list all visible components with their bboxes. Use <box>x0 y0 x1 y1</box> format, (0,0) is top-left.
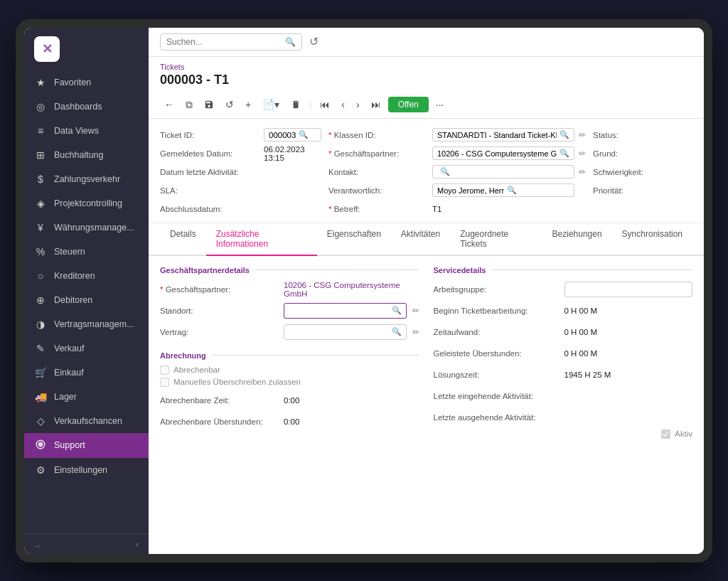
sidebar-item-lager[interactable]: 🚚 Lager <box>24 385 149 409</box>
edit-icon[interactable]: ✏ <box>579 167 586 177</box>
page-header: Tickets 000003 - T1 ← ⧉ ↺ + 📄▾ | ⏮ <box>149 57 704 119</box>
sidebar-item-kreditoren[interactable]: ○ Kreditoren <box>24 264 149 288</box>
last-button[interactable]: ⏭ <box>367 96 385 113</box>
standort-input[interactable]: 🔍 <box>284 303 407 319</box>
plus-circle-icon: ⊕ <box>34 294 47 306</box>
sidebar-item-waehrungsmanage[interactable]: ¥ Währungsmanage... <box>24 215 149 240</box>
search-icon: 🔍 <box>285 37 296 47</box>
device-frame: ✕ ★ Favoriten ◎ Dashboards ≡ Data Views … <box>16 19 712 563</box>
edit-icon: ✎ <box>34 343 47 354</box>
geschaeftspartner-input[interactable]: 10206 - CSG Computersysteme GmbH 🔍 <box>432 146 574 160</box>
tab-synchronisation[interactable]: Synchronisation <box>612 223 692 256</box>
geschaeftspartner-value: 10206 - CSG Computersysteme GmbH <box>437 149 557 158</box>
tab-details[interactable]: Details <box>160 223 206 256</box>
sidebar-item-verkaufschancen[interactable]: ◇ Verkaufschancen <box>24 409 149 433</box>
tab-aktivitaten[interactable]: Aktivitäten <box>391 223 450 256</box>
copy-button[interactable]: ⧉ <box>181 96 197 114</box>
abrechenbare-ueberstunden-row: Abrechenbare Überstunden: 0:00 <box>160 412 419 431</box>
edit-icon[interactable]: ✏ <box>579 149 586 159</box>
verantwortlich-value: Moyo Jerome, Herr <box>437 186 504 195</box>
search-input[interactable] <box>166 37 281 47</box>
status-button[interactable]: Offen <box>388 97 429 112</box>
abschlussdatum-label: Abschlussdatum: <box>160 205 259 213</box>
sidebar-item-debitoren[interactable]: ⊕ Debitoren <box>24 288 149 312</box>
sidebar-item-label: Kreditoren <box>54 271 95 281</box>
sidebar-item-projektcontrolling[interactable]: ◈ Projektcontrolling <box>24 191 149 215</box>
sidebar-nav: ★ Favoriten ◎ Dashboards ≡ Data Views ⊞ … <box>24 70 149 533</box>
sidebar-item-steuern[interactable]: % Steuern <box>24 240 149 264</box>
edit-icon[interactable]: ✏ <box>579 130 586 140</box>
ticket-id-value: 000003 <box>269 131 296 139</box>
search-icon: 🔍 <box>440 167 450 176</box>
standort-label: Standort: <box>160 307 281 315</box>
sidebar-item-label: Einkauf <box>54 368 84 378</box>
back-button[interactable]: ← <box>160 96 178 113</box>
letzte-eingehende-row: Letzte eingehende Aktivität: <box>434 387 693 405</box>
grid-icon: ⊞ <box>34 149 47 161</box>
kontakt-input[interactable]: 🔍 <box>432 165 574 178</box>
standort-edit-icon[interactable]: ✏ <box>412 306 419 316</box>
search-box[interactable]: 🔍 <box>160 33 302 50</box>
add-button[interactable]: + <box>241 96 255 113</box>
sidebar-item-einstellungen[interactable]: ⚙ Einstellungen <box>24 458 149 482</box>
sidebar-item-verkauf[interactable]: ✎ Verkauf <box>24 336 149 361</box>
vertrag-input[interactable]: 🔍 <box>284 324 407 340</box>
manuelles-checkbox[interactable] <box>160 378 169 387</box>
verantwortlich-input[interactable]: Moyo Jerome, Herr 🔍 <box>432 183 574 197</box>
arbeitsgruppe-input[interactable] <box>564 282 692 297</box>
prev-button[interactable]: ‹ <box>337 96 349 113</box>
tab-beziehungen[interactable]: Beziehungen <box>542 223 612 256</box>
zeitaufwand-value: 0 H 00 M <box>564 328 598 336</box>
sidebar-item-vertragsmanage[interactable]: ◑ Vertragsmanagem... <box>24 312 149 336</box>
undo-button[interactable]: ↺ <box>221 96 238 113</box>
vertrag-edit-icon[interactable]: ✏ <box>412 327 419 337</box>
history-icon[interactable]: ↺ <box>309 35 318 48</box>
abrechenbar-checkbox[interactable] <box>160 366 169 375</box>
list-icon: ≡ <box>34 125 47 137</box>
sidebar-item-label: Steuern <box>54 247 85 257</box>
datum-letzte-label: Datum letzte Aktivität: <box>160 168 259 176</box>
arbeitsgruppe-row: Arbeitsgruppe: <box>434 280 693 299</box>
tab-eigenschaften[interactable]: Eigenschaften <box>317 223 391 256</box>
partner-value[interactable]: 10206 - CSG Computersysteme GmbH <box>284 281 419 298</box>
sidebar-item-buchhaltung[interactable]: ⊞ Buchhaltung <box>24 143 149 167</box>
servicedetails-title: Servicedetails <box>434 266 693 274</box>
klassen-id-input[interactable]: STANDARDTI - Standard Ticket-Klasse 🔍 <box>432 128 574 142</box>
save-button[interactable] <box>200 97 218 112</box>
tab-zusatzliche[interactable]: Zusätzliche Informationen <box>206 223 317 256</box>
aktiv-checkbox[interactable] <box>661 430 670 439</box>
status-row: Status: <box>593 126 692 144</box>
ticket-id-input[interactable]: 000003 🔍 <box>264 128 321 142</box>
sidebar-item-zahlungsverkehr[interactable]: $ Zahlungsverkehr <box>24 167 149 191</box>
sidebar-item-label: Dashboards <box>54 102 102 112</box>
star-icon: ★ <box>34 77 47 88</box>
sidebar-item-dataviews[interactable]: ≡ Data Views <box>24 119 149 143</box>
sidebar-item-favoriten[interactable]: ★ Favoriten <box>24 70 149 95</box>
sidebar-logo: ✕ <box>24 28 149 70</box>
next-button[interactable]: › <box>352 96 364 113</box>
tab-zugeordnete[interactable]: Zugeordnete Tickets <box>450 223 542 256</box>
currency-icon: ¥ <box>34 222 47 233</box>
abschlussdatum-row: Abschlussdatum: <box>160 200 321 218</box>
gemeldetes-datum-value: 06.02.2023 13:15 <box>264 145 321 162</box>
prioritat-label: Priorität: <box>593 186 692 195</box>
sidebar-item-dashboards[interactable]: ◎ Dashboards <box>24 95 149 119</box>
beginn-label: Beginn Ticketbearbeitung: <box>434 307 562 315</box>
standort-search-icon: 🔍 <box>392 306 402 315</box>
sidebar-item-einkauf[interactable]: 🛒 Einkauf <box>24 361 149 385</box>
topbar: 🔍 ↺ <box>149 28 704 57</box>
first-button[interactable]: ⏮ <box>316 96 334 113</box>
gemeldetes-datum-row: Gemeldetes Datum: 06.02.2023 13:15 <box>160 144 321 163</box>
sidebar-item-support[interactable]: Support <box>24 433 149 458</box>
sidebar-footer: ... ‹ <box>24 533 149 554</box>
delete-button[interactable] <box>287 97 305 112</box>
new-doc-button[interactable]: 📄▾ <box>258 96 284 113</box>
toolbar-sep: | <box>309 100 311 110</box>
geschaeftspartner-row: * Geschäftspartner: 10206 - CSG Computer… <box>328 144 586 163</box>
footer-arrow[interactable]: ‹ <box>136 540 139 548</box>
more-button[interactable]: ··· <box>432 96 449 113</box>
sidebar-item-label: Vertragsmanagem... <box>54 319 134 329</box>
breadcrumb[interactable]: Tickets <box>160 63 692 71</box>
grund-label: Grund: <box>593 149 692 158</box>
sla-label: SLA: <box>160 186 259 195</box>
